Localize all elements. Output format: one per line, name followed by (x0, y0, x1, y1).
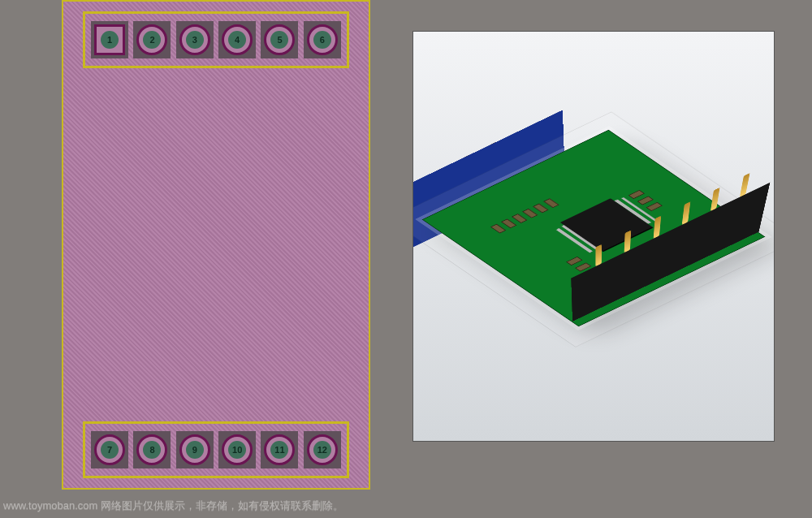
pin-number: 3 (186, 31, 204, 49)
pad-6[interactable]: 6 (304, 21, 341, 58)
pad-5[interactable]: 5 (261, 21, 298, 58)
pin-number: 10 (228, 441, 246, 459)
pin-number: 12 (313, 441, 331, 459)
pad-4[interactable]: 4 (218, 21, 256, 58)
pin-number: 9 (186, 441, 204, 459)
smd-row (490, 198, 559, 233)
pin-number: 8 (143, 441, 161, 459)
pin-number: 6 (313, 31, 331, 49)
pad-7[interactable]: 7 (91, 431, 128, 468)
pin-number: 7 (101, 441, 119, 459)
pin-number: 11 (270, 441, 288, 459)
watermark-text: www.toymoban.com 网络图片仅供展示，非存储，如有侵权请联系删除。 (3, 499, 343, 513)
pad-3[interactable]: 3 (176, 21, 214, 58)
pin-row-bottom: 7 8 9 10 11 12 (83, 421, 349, 478)
pcb-substrate (422, 130, 766, 326)
pin-row-top: 1 2 3 4 5 6 (83, 11, 349, 68)
pad-12[interactable]: 12 (304, 431, 341, 468)
pin-number: 5 (270, 31, 288, 49)
pad-10[interactable]: 10 (218, 431, 256, 468)
pin-number: 1 (101, 31, 119, 49)
pin-number: 4 (228, 31, 246, 49)
pad-1[interactable]: 1 (91, 21, 128, 58)
pad-9[interactable]: 9 (176, 431, 214, 468)
pcb-3d-preview[interactable] (412, 31, 775, 442)
pcb-2d-layout: 1 2 3 4 5 6 7 8 9 10 11 (62, 0, 370, 490)
pin-number: 2 (143, 31, 161, 49)
pad-11[interactable]: 11 (261, 431, 298, 468)
pad-2[interactable]: 2 (133, 21, 171, 58)
pad-8[interactable]: 8 (133, 431, 171, 468)
pcb-3d-model (422, 130, 766, 326)
